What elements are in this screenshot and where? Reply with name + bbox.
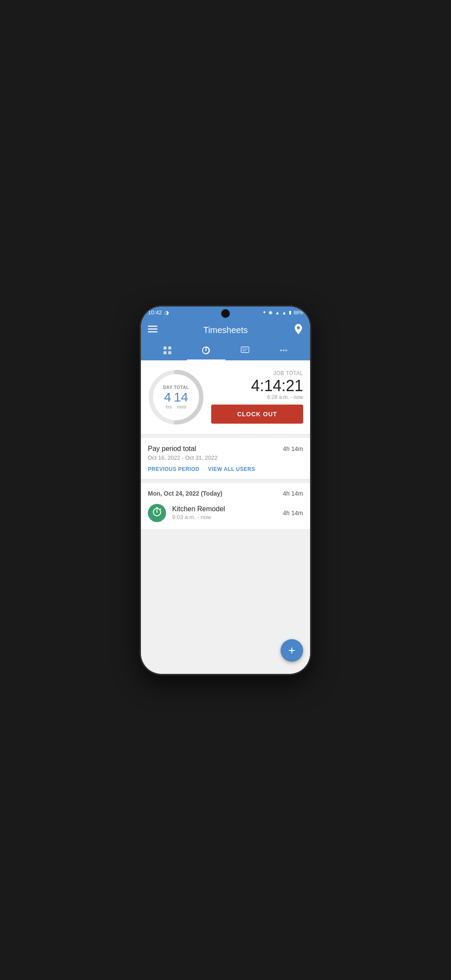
svg-rect-6 [168,351,171,354]
day-total-numbers: 4 14 [163,391,189,404]
previous-period-link[interactable]: PREVIOUS PERIOD [148,466,199,472]
tab-messages[interactable] [226,342,265,360]
stopwatch-icon [152,507,162,519]
job-duration: 4h 14m [283,510,303,516]
job-time-range: 9:03 a.m. - now [172,514,277,520]
job-total-label: JOB TOTAL [211,370,303,376]
job-icon-circle [148,504,166,522]
tab-dashboard[interactable] [148,342,187,360]
job-details: Kitchen Remodel 9:03 a.m. - now [172,505,277,520]
svg-rect-1 [148,328,157,330]
pay-period-section: Pay period total 4h 14m Oct 16, 2022 - O… [141,438,310,480]
status-bar: 10:42 ◑ ✦ ◉ ▲ ▲ ▮ 88% [141,307,310,319]
svg-point-8 [206,350,207,351]
clock-out-button[interactable]: CLOCK OUT [211,405,303,424]
time-display: 10:42 [148,309,162,316]
app-bar-top: Timesheets [148,324,303,336]
main-content: DAY TOTAL 4 14 hrs mins JOB TOTAL [141,360,310,674]
day-total-units: hrs mins [163,405,189,409]
svg-rect-0 [148,326,157,327]
location-pin-icon[interactable] [294,324,303,336]
phone-screen: 10:42 ◑ ✦ ◉ ▲ ▲ ▮ 88% [141,307,310,674]
wifi-icon: ▲ [275,310,280,315]
tab-bar [148,342,303,360]
pay-period-title: Pay period total [148,445,196,453]
timer-tab-icon [202,346,210,357]
battery-percent: 88% [294,310,303,315]
svg-rect-10 [241,347,249,353]
svg-rect-5 [163,351,167,354]
hamburger-menu-icon[interactable] [148,326,157,335]
job-time-range: 6:28 a.m. - now [211,394,303,400]
fab-add-button[interactable]: + [281,639,303,662]
status-icons: ✦ ◉ ▲ ▲ ▮ 88% [262,310,303,315]
day-total-label: DAY TOTAL [163,385,189,390]
mins-label: mins [177,405,186,409]
hrs-label: hrs [166,405,172,409]
view-all-users-link[interactable]: VIEW ALL USERS [208,466,255,472]
day-total-circle: DAY TOTAL 4 14 hrs mins [148,369,204,425]
pay-period-header: Pay period total 4h 14m [148,445,303,453]
job-entry[interactable]: Kitchen Remodel 9:03 a.m. - now 4h 14m [148,504,303,522]
app-title: Timesheets [203,325,248,335]
tab-timer[interactable] [187,342,226,360]
day-label: Mon, Oct 24, 2022 (Today) [148,490,222,497]
pay-period-links: PREVIOUS PERIOD VIEW ALL USERS [148,466,303,472]
signal-icon: ▲ [282,310,287,315]
svg-point-19 [157,512,158,513]
pay-period-total: 4h 14m [283,445,303,452]
job-name: Kitchen Remodel [172,505,277,513]
svg-rect-4 [168,346,171,350]
timer-section: DAY TOTAL 4 14 hrs mins JOB TOTAL [141,360,310,434]
day-total-inner: DAY TOTAL 4 14 hrs mins [163,385,189,409]
day-hours: 4 [164,391,171,404]
location-status-icon: ◉ [268,310,273,315]
day-mins: 14 [174,391,188,404]
app-bar: Timesheets [141,319,310,360]
job-total-time: 4:14:21 [211,377,303,395]
dashboard-tab-icon [163,346,172,357]
tab-more[interactable] [265,342,304,360]
camera-notch [221,309,230,318]
svg-point-15 [285,350,287,351]
job-info: JOB TOTAL 4:14:21 6:28 a.m. - now CLOCK … [211,370,303,424]
svg-rect-20 [156,507,158,508]
day-section: Mon, Oct 24, 2022 (Today) 4h 14m [141,483,310,529]
add-icon: + [288,644,295,657]
phone-frame: 10:42 ◑ ✦ ◉ ▲ ▲ ▮ 88% [141,307,310,674]
pay-period-dates: Oct 16, 2022 - Oct 31, 2022 [148,454,303,461]
day-header: Mon, Oct 24, 2022 (Today) 4h 14m [148,490,303,497]
svg-rect-2 [148,331,157,333]
day-total-right: 4h 14m [283,490,303,497]
status-time: 10:42 ◑ [148,309,169,316]
battery-icon: ▮ [289,310,291,315]
more-tab-icon [279,346,288,357]
svg-line-22 [160,509,161,510]
svg-point-14 [283,350,284,351]
bluetooth-icon: ✦ [262,310,266,315]
svg-rect-3 [163,346,167,350]
svg-point-13 [280,350,282,351]
messages-tab-icon [241,346,249,357]
screen-mode-icon: ◑ [164,310,169,316]
